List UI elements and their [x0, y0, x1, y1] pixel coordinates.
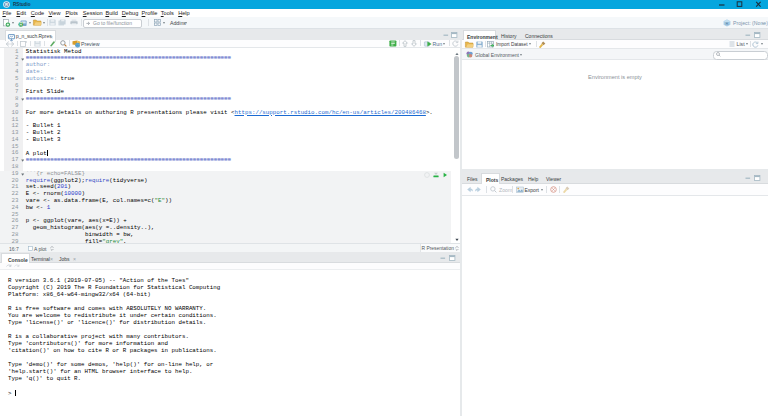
svg-text:R: R: [5, 2, 8, 7]
svg-text:R: R: [725, 21, 728, 26]
